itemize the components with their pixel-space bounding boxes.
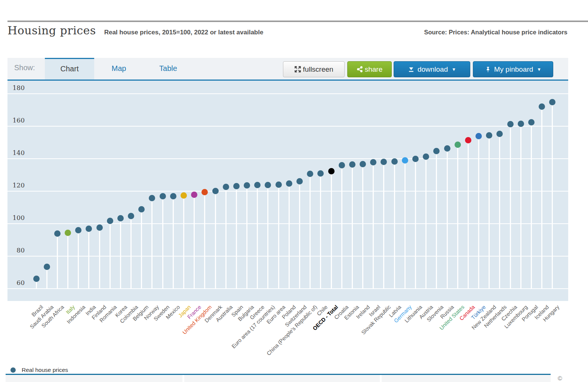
stem [404, 161, 406, 289]
chevron-down-icon: ▼ [452, 67, 456, 72]
data-point-switzerland[interactable] [296, 178, 303, 184]
stem [447, 148, 448, 289]
y-axis-tick-60: 60 [7, 279, 25, 287]
data-point-croatia[interactable] [339, 162, 345, 168]
data-point-australia[interactable] [223, 184, 229, 190]
data-point-estonia[interactable] [349, 161, 355, 168]
gridline-160 [7, 126, 568, 127]
stem [173, 196, 174, 289]
data-point-south-africa[interactable] [54, 230, 61, 237]
stem [352, 165, 353, 289]
stem [289, 184, 290, 289]
data-point-russia[interactable] [444, 145, 450, 152]
tab-map[interactable]: Map [94, 58, 144, 80]
my-pinboard-button[interactable]: My pinboard ▼ [473, 61, 553, 77]
data-point-new-zealand[interactable] [486, 132, 492, 139]
gridline-80 [7, 256, 568, 257]
stem [468, 140, 469, 289]
stem [183, 195, 184, 289]
stem [246, 185, 247, 289]
data-point-ireland[interactable] [360, 161, 366, 167]
view-toolbar: Show: Chart Map Table fullscreen share d… [7, 58, 568, 81]
y-axis-tick-160: 160 [7, 117, 25, 125]
stem [162, 196, 163, 289]
share-icon [357, 66, 363, 72]
data-point-indonesia[interactable] [75, 227, 81, 233]
data-point-finland[interactable] [96, 224, 103, 231]
stem [415, 159, 416, 289]
gridline-120 [7, 191, 568, 192]
housing-prices-chart: 6080100120140160180BrazilSaudi ArabiaSou… [7, 81, 568, 367]
data-point-denmark[interactable] [212, 188, 219, 194]
stem [331, 171, 332, 289]
copyright-icon: © [558, 375, 562, 382]
stem [394, 162, 395, 289]
gridline-140 [7, 158, 568, 159]
data-point-portugal[interactable] [528, 119, 535, 125]
data-point-latvia[interactable] [391, 158, 398, 165]
data-point-japan[interactable] [181, 192, 187, 199]
fullscreen-label: fullscreen [303, 65, 333, 74]
data-point-romania[interactable] [107, 218, 113, 224]
stem [499, 134, 500, 289]
chart-legend: Real house prices [10, 367, 68, 373]
data-point-austria[interactable] [423, 153, 429, 160]
stem [373, 162, 374, 289]
stem [478, 136, 479, 289]
y-axis-tick-120: 120 [7, 181, 25, 190]
stem [57, 233, 58, 289]
pin-icon [485, 66, 491, 73]
footer-panel-center [184, 375, 380, 382]
data-point-chile[interactable] [317, 170, 324, 177]
download-button[interactable]: download ▼ [394, 61, 470, 77]
stem [383, 162, 384, 289]
stem [78, 230, 79, 289]
y-axis-tick-100: 100 [7, 214, 25, 222]
tab-chart[interactable]: Chart [45, 58, 94, 80]
data-point-spain[interactable] [233, 183, 240, 189]
data-point-germany[interactable] [402, 157, 408, 164]
data-point-oecd-total[interactable] [328, 168, 335, 174]
data-point-sweden[interactable] [160, 193, 166, 199]
y-axis-tick-140: 140 [7, 149, 25, 157]
download-label: download [418, 65, 448, 74]
stem [67, 233, 68, 289]
data-point-saudi-arabia[interactable] [44, 264, 50, 270]
y-axis-tick-180: 180 [7, 84, 25, 92]
data-point-brazil[interactable] [33, 276, 40, 282]
stem [278, 184, 279, 289]
share-label: share [365, 65, 383, 74]
footer-panel-right [382, 375, 551, 382]
footer-panel-left [6, 375, 182, 382]
data-point-slovenia[interactable] [433, 148, 440, 154]
source-note: Source: Prices: Analytical house price i… [424, 29, 567, 36]
stem [362, 164, 363, 289]
stem [457, 145, 458, 289]
data-point-korea[interactable] [117, 215, 124, 221]
stem [204, 192, 205, 289]
data-point-belgium[interactable] [138, 206, 145, 212]
stem [520, 124, 521, 289]
stem [46, 267, 47, 289]
data-point-mexico[interactable] [170, 193, 176, 199]
share-button[interactable]: share [347, 61, 392, 77]
data-point-israel[interactable] [370, 159, 376, 165]
data-point-bulgaria[interactable] [244, 182, 250, 189]
show-label: Show: [14, 63, 35, 72]
fullscreen-button[interactable]: fullscreen [283, 61, 345, 77]
data-point-luxembourg[interactable] [518, 121, 524, 127]
stem [225, 187, 227, 289]
stem [320, 173, 321, 289]
pinboard-label: My pinboard [494, 65, 533, 74]
data-point-czechia[interactable] [507, 121, 514, 127]
stem [130, 216, 132, 289]
stem [425, 156, 427, 289]
tab-table[interactable]: Table [144, 58, 193, 80]
stem [267, 185, 268, 289]
data-point-united-states[interactable] [455, 142, 461, 148]
data-point-euro-area-17-countries-[interactable] [265, 182, 271, 188]
data-point-euro-area[interactable] [275, 181, 282, 188]
chevron-down-icon: ▼ [537, 67, 541, 72]
data-point-india[interactable] [86, 226, 92, 232]
stem [310, 174, 311, 289]
